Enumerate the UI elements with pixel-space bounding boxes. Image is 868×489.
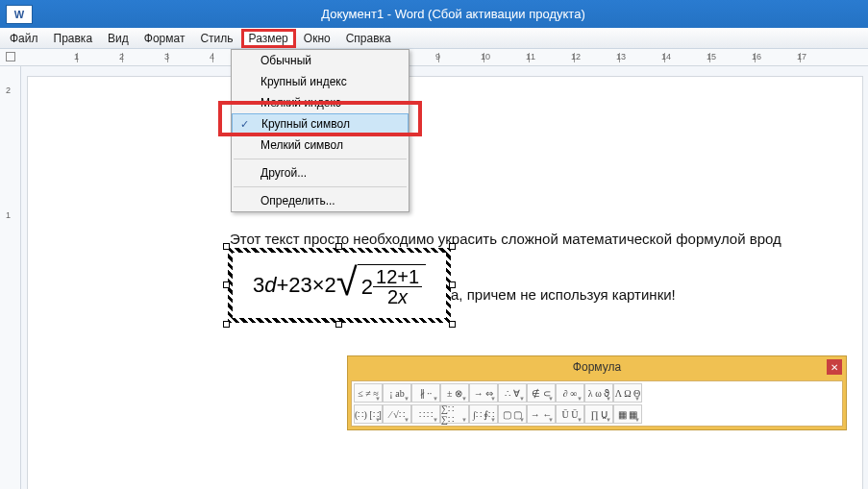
- body-text-line2: а, причем не используя картинки!: [451, 286, 676, 303]
- equation-template-button[interactable]: → ←▼: [527, 404, 556, 424]
- equation-template-button[interactable]: ∷ ∷▼: [411, 404, 440, 424]
- menu-item[interactable]: ✓Крупный символ: [232, 113, 409, 134]
- menu-окно[interactable]: Окно: [296, 30, 338, 47]
- menubar: ФайлПравкаВидФорматСтильРазмерОкноСправк…: [0, 28, 868, 49]
- equation-template-button[interactable]: Λ Ω Θ▼: [613, 383, 642, 403]
- resize-handle[interactable]: [335, 321, 342, 328]
- menu-вид[interactable]: Вид: [100, 30, 136, 47]
- resize-handle[interactable]: [223, 243, 230, 250]
- equation-template-button[interactable]: Ū Ū▼: [556, 404, 584, 424]
- equation-template-button[interactable]: ± ⊗▼: [440, 383, 469, 403]
- equation-object[interactable]: 3d +23×2 √212+12x: [228, 248, 451, 323]
- ruler-horizontal: 1234567891011121314151617: [0, 49, 868, 66]
- equation-template-button[interactable]: ∫∷ ∮∷▼: [469, 404, 498, 424]
- menu-item[interactable]: Мелкий индекс: [232, 92, 409, 113]
- resize-handle[interactable]: [449, 243, 456, 250]
- resize-handle[interactable]: [223, 281, 230, 288]
- menu-item[interactable]: Определить...: [232, 190, 409, 211]
- body-text-line1: Этот текст просто необходимо украсить сл…: [230, 231, 781, 247]
- equation-template-button[interactable]: ¡ ab▼: [383, 383, 411, 403]
- equation-template-button[interactable]: ∦ ∙∙▼: [411, 383, 440, 403]
- menu-item[interactable]: Обычный: [232, 50, 409, 71]
- tab-stop-icon: [6, 52, 15, 61]
- word-icon: W: [6, 5, 33, 24]
- document-page[interactable]: Этот текст просто необходимо украсить сл…: [27, 76, 863, 489]
- close-button[interactable]: ✕: [827, 359, 842, 375]
- equation-template-button[interactable]: ∴ ∀▼: [498, 383, 527, 403]
- equation-template-button[interactable]: ▦ ▦▼: [613, 404, 642, 424]
- equation-template-button[interactable]: (∷) [∷]▼: [354, 404, 383, 424]
- menu-справка[interactable]: Справка: [338, 30, 399, 47]
- equation-template-button[interactable]: ⁄ √∷▼: [383, 404, 411, 424]
- window-title: Документ1 - Word (Сбой активации продукт…: [38, 7, 868, 21]
- menu-стиль[interactable]: Стиль: [192, 30, 240, 47]
- equation-template-button[interactable]: ▢ ▢▼: [498, 404, 527, 424]
- menu-item[interactable]: Мелкий символ: [232, 134, 409, 156]
- menu-размер[interactable]: Размер: [241, 29, 296, 48]
- equation-template-button[interactable]: ∏ Ṳ▼: [584, 404, 613, 424]
- resize-handle[interactable]: [335, 243, 342, 250]
- resize-handle[interactable]: [223, 321, 230, 328]
- equation-template-button[interactable]: → ⇔▼: [469, 383, 498, 403]
- menu-формат[interactable]: Формат: [136, 30, 193, 47]
- size-dropdown-menu: ОбычныйКрупный индексМелкий индекс✓Крупн…: [231, 49, 409, 212]
- equation-template-button[interactable]: ∂ ∞▼: [556, 383, 584, 403]
- menu-item[interactable]: Крупный индекс: [232, 71, 409, 92]
- equation-template-button[interactable]: ∉ ⊂▼: [527, 383, 556, 403]
- equation-toolbar[interactable]: Формула ✕ ≤ ≠ ≈▼¡ ab▼∦ ∙∙▼± ⊗▼→ ⇔▼∴ ∀▼∉ …: [347, 355, 847, 430]
- equation-template-button[interactable]: ∑∷ ∑∷▼: [440, 404, 469, 424]
- ruler-vertical: 21: [0, 66, 21, 489]
- equation-template-button[interactable]: λ ω ϑ▼: [584, 383, 613, 403]
- equation-template-button[interactable]: ≤ ≠ ≈▼: [354, 383, 383, 403]
- menu-файл[interactable]: Файл: [2, 30, 46, 47]
- menu-item[interactable]: Другой...: [232, 162, 409, 183]
- menu-правка[interactable]: Правка: [46, 30, 101, 47]
- check-icon: ✓: [240, 118, 249, 131]
- toolbar-title: Формула: [573, 360, 621, 374]
- resize-handle[interactable]: [449, 321, 456, 328]
